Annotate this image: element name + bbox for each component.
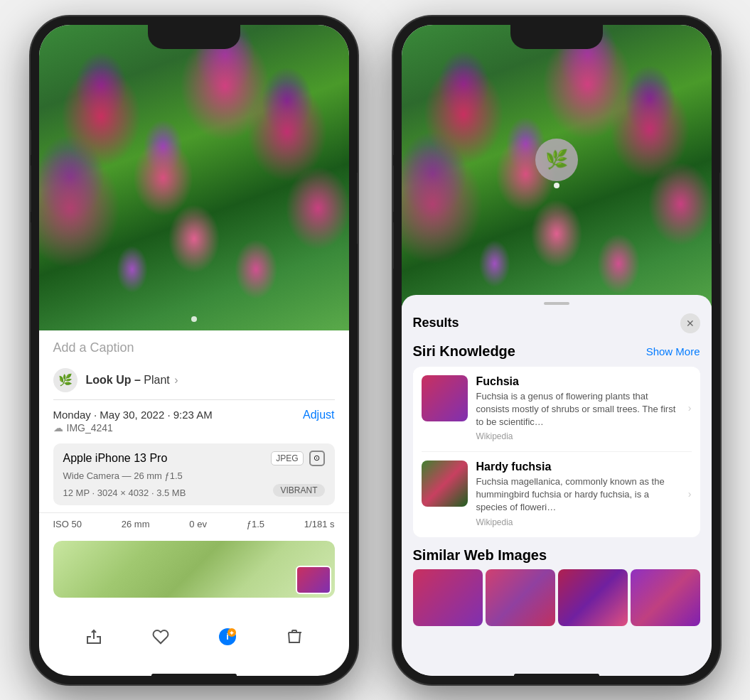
panel-header: Results ✕ (402, 305, 712, 340)
fuchsia-source: Wikipedia (476, 431, 680, 441)
delete-button[interactable] (284, 626, 305, 647)
aperture-value: ƒ1.5 (247, 519, 264, 529)
notch (148, 25, 240, 49)
map-area[interactable] (53, 541, 335, 598)
panel-title: Results (413, 316, 459, 330)
similar-image-2[interactable] (486, 569, 555, 626)
fuchsia-chevron-icon: › (688, 402, 692, 414)
hardy-fuchsia-chevron-icon: › (688, 488, 692, 500)
panel-content: Siri Knowledge Show More Fuchsia Fuchsia… (402, 340, 712, 672)
camera-icon: ⊙ (309, 451, 325, 466)
similar-image-4[interactable] (631, 569, 700, 626)
map-thumbnail (296, 566, 331, 594)
leaf-icon: 🌿 (58, 373, 73, 387)
fuchsia-title: Fuchsia (476, 375, 680, 388)
hardy-fuchsia-result[interactable]: Hardy fuchsia Fuchsia magellanica, commo… (413, 452, 700, 536)
siri-icon: 🌿 (535, 139, 578, 181)
right-phone: 🌿 Results ✕ Siri Knowledge Show More (393, 16, 720, 684)
device-name: Apple iPhone 13 Pro (63, 452, 168, 465)
svg-text:✦: ✦ (229, 630, 235, 637)
camera-detail: Wide Camera — 26 mm ƒ1.5 (63, 470, 325, 481)
results-cards: Fuchsia Fuchsia is a genus of flowering … (413, 367, 700, 537)
bottom-toolbar: i ✦ (39, 619, 349, 655)
photo-date: Monday · May 30, 2022 · 9:23 AM (53, 409, 213, 421)
caption-input[interactable]: Add a Caption (39, 330, 349, 362)
hardy-fuchsia-info: Hardy fuchsia Fuchsia magellanica, commo… (476, 461, 680, 527)
hardy-fuchsia-thumbnail (422, 461, 468, 507)
siri-dot (554, 183, 559, 188)
photo-indicator (191, 316, 197, 322)
fuchsia-info: Fuchsia Fuchsia is a genus of flowering … (476, 375, 680, 442)
siri-knowledge-title: Siri Knowledge (413, 343, 515, 360)
similar-images-grid (413, 569, 700, 626)
exif-row: ISO 50 26 mm 0 ev ƒ1.5 1/181 s (39, 512, 349, 535)
close-button[interactable]: ✕ (680, 313, 700, 333)
share-button[interactable] (83, 626, 105, 647)
right-photo-area: 🌿 (402, 25, 712, 323)
show-more-button[interactable]: Show More (646, 345, 700, 357)
focal-value: 26 mm (122, 519, 150, 529)
hardy-fuchsia-description: Fuchsia magellanica, commonly known as t… (476, 475, 680, 515)
results-panel: Results ✕ Siri Knowledge Show More Fuchs… (402, 295, 712, 676)
lookup-text: Look Up – Plant › (86, 374, 178, 387)
chevron-icon: › (174, 374, 178, 386)
right-screen: 🌿 Results ✕ Siri Knowledge Show More (402, 25, 712, 676)
lookup-row[interactable]: 🌿 Look Up – Plant › (39, 362, 349, 399)
favorite-button[interactable] (150, 626, 171, 647)
shutter-value: 1/181 s (304, 519, 335, 529)
iso-value: ISO 50 (53, 519, 82, 529)
info-area: Add a Caption 🌿 Look Up – Plant › Monday… (39, 330, 349, 598)
home-indicator (151, 674, 237, 677)
similar-images-title: Similar Web Images (413, 547, 700, 564)
ev-value: 0 ev (189, 519, 207, 529)
vibrant-badge: VIBRANT (273, 484, 324, 497)
jpeg-badge: JPEG (271, 451, 303, 465)
left-screen: Add a Caption 🌿 Look Up – Plant › Monday… (39, 25, 349, 676)
siri-knowledge-header: Siri Knowledge Show More (413, 343, 700, 360)
hardy-fuchsia-title: Hardy fuchsia (476, 461, 680, 473)
cloud-icon: ☁ (53, 422, 63, 434)
fuchsia-result[interactable]: Fuchsia Fuchsia is a genus of flowering … (413, 367, 700, 451)
photo-filename: ☁ IMG_4241 (53, 422, 213, 434)
left-phone: Add a Caption 🌿 Look Up – Plant › Monday… (31, 16, 358, 684)
info-button[interactable]: i ✦ (217, 626, 238, 647)
hardy-fuchsia-source: Wikipedia (476, 517, 680, 527)
fuchsia-thumbnail (422, 375, 468, 421)
lookup-icon-bg: 🌿 (53, 368, 77, 392)
home-indicator-right (514, 674, 599, 677)
similar-images-section: Similar Web Images (413, 547, 700, 626)
photo-area (39, 25, 349, 330)
similar-image-3[interactable] (558, 569, 628, 626)
fuchsia-description: Fuchsia is a genus of flowering plants t… (476, 390, 680, 429)
notch-right (510, 25, 603, 49)
adjust-button[interactable]: Adjust (303, 409, 334, 421)
meta-row: Monday · May 30, 2022 · 9:23 AM ☁ IMG_42… (39, 400, 349, 436)
resolution: 12 MP · 3024 × 4032 · 3.5 MB (63, 488, 186, 498)
similar-image-1[interactable] (413, 569, 483, 626)
device-info: Apple iPhone 13 Pro JPEG ⊙ Wide Camera —… (53, 443, 335, 505)
